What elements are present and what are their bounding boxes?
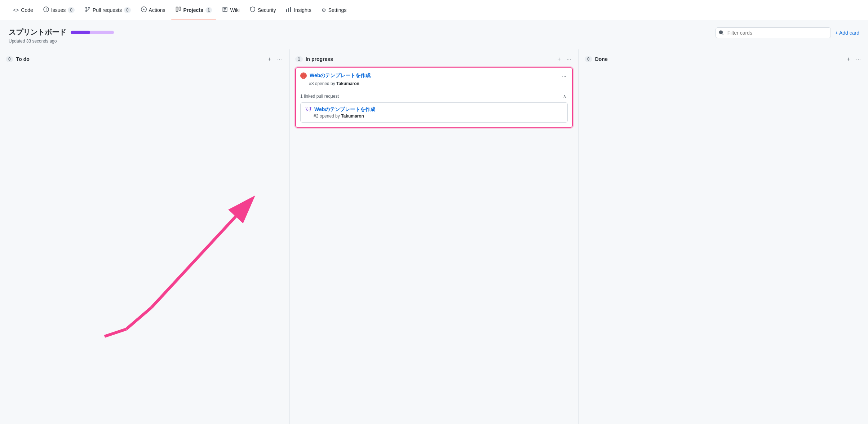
- filter-input-wrapper: [716, 27, 831, 38]
- column-done-count: 0: [585, 56, 592, 62]
- actions-icon: [141, 6, 147, 13]
- pr-card-1-number: #2: [314, 114, 318, 119]
- column-in-progress-count: 1: [295, 56, 303, 62]
- projects-icon: [176, 6, 181, 13]
- nav-actions[interactable]: Actions: [137, 4, 170, 16]
- nav-issues-label: Issues: [51, 7, 66, 13]
- column-in-progress-header: 1 In progress + ···: [295, 55, 573, 63]
- column-done: 0 Done + ···: [579, 49, 868, 424]
- svg-rect-6: [286, 9, 287, 12]
- column-todo-add-button[interactable]: +: [266, 55, 273, 63]
- card-1-title[interactable]: Webのテンプレートを作成: [310, 72, 371, 79]
- column-todo-header-right: + ···: [266, 55, 283, 63]
- svg-rect-8: [290, 7, 291, 12]
- kanban-board: 0 To do + ··· 1 In progress + ···: [0, 49, 868, 424]
- column-done-header: 0 Done + ···: [585, 55, 862, 63]
- add-card-button[interactable]: + Add card: [835, 30, 859, 36]
- column-todo-header: 0 To do + ···: [6, 55, 283, 63]
- insights-icon: [286, 6, 292, 13]
- nav-issues[interactable]: Issues 0: [39, 4, 79, 16]
- security-icon: [250, 6, 256, 13]
- column-done-header-left: 0 Done: [585, 56, 608, 62]
- issues-icon: [43, 6, 49, 13]
- wiki-icon: [222, 6, 228, 13]
- column-in-progress-menu-button[interactable]: ···: [565, 55, 573, 63]
- svg-rect-7: [288, 8, 289, 12]
- page-header-right: + Add card: [716, 27, 859, 38]
- card-1-title-row: Webのテンプレートを作成: [300, 72, 371, 79]
- linked-pr-header: 1 linked pull request ∧: [300, 93, 568, 100]
- column-in-progress: 1 In progress + ···: [289, 49, 579, 424]
- add-card-label: + Add card: [835, 30, 859, 36]
- settings-icon: ⚙: [322, 7, 326, 13]
- pull-requests-icon: [85, 6, 90, 13]
- nav-projects-badge: 1: [205, 7, 212, 13]
- project-title: スプリントボード: [9, 27, 66, 37]
- nav-pull-requests-badge: 0: [124, 7, 131, 13]
- nav-security-label: Security: [258, 7, 276, 13]
- search-icon: [719, 30, 724, 36]
- nav-projects-label: Projects: [183, 7, 203, 13]
- column-done-header-right: + ···: [845, 55, 862, 63]
- nav-wiki[interactable]: Wiki: [218, 4, 244, 16]
- linked-pr-collapse-button[interactable]: ∧: [562, 93, 568, 100]
- pr-card-1-meta: #2 opened by Takumaron: [314, 114, 563, 119]
- pr-card-1-opened-by: Takumaron: [341, 114, 364, 119]
- linked-pr-section: 1 linked pull request ∧ Webのテンプレートを作成: [300, 90, 568, 123]
- svg-rect-4: [176, 7, 178, 12]
- column-in-progress-header-left: 1 In progress: [295, 56, 333, 62]
- column-done-title: Done: [595, 56, 608, 62]
- pr-card-1-title[interactable]: Webのテンプレートを作成: [314, 106, 375, 113]
- nav-issues-badge: 0: [68, 7, 75, 13]
- linked-pr-label: 1 linked pull request: [300, 94, 339, 99]
- project-title-row: スプリントボード: [9, 27, 114, 37]
- nav-actions-label: Actions: [149, 7, 165, 13]
- svg-rect-5: [179, 7, 181, 10]
- column-todo-header-left: 0 To do: [6, 56, 30, 62]
- annotation-text: ！マークが赤色＝Closeされた: [0, 419, 868, 424]
- page-header: スプリントボード Updated 33 seconds ago + Add ca…: [0, 20, 868, 49]
- card-1-header: Webのテンプレートを作成 ···: [300, 72, 568, 80]
- column-done-menu-button[interactable]: ···: [855, 55, 862, 63]
- updated-text: Updated 33 seconds ago: [9, 39, 114, 44]
- pr-card-1: Webのテンプレートを作成 #2 opened by Takumaron: [300, 102, 568, 123]
- pr-icon: [305, 106, 311, 113]
- nav-insights-label: Insights: [294, 7, 311, 13]
- column-in-progress-title: In progress: [306, 56, 333, 62]
- nav-wiki-label: Wiki: [230, 7, 239, 13]
- progress-bar-fill: [71, 31, 90, 34]
- column-todo: 0 To do + ···: [0, 49, 289, 424]
- card-1: Webのテンプレートを作成 ··· #3 opened by Takumaron…: [295, 67, 573, 128]
- card-1-meta: #3 opened by Takumaron: [309, 81, 568, 86]
- board-wrapper: 0 To do + ··· 1 In progress + ···: [0, 49, 868, 424]
- column-done-add-button[interactable]: +: [845, 55, 851, 63]
- code-icon: <>: [13, 7, 19, 13]
- nav-projects[interactable]: Projects 1: [171, 4, 217, 16]
- issue-closed-icon: [300, 72, 307, 79]
- card-1-opened-by: Takumaron: [336, 81, 359, 86]
- nav-pull-requests-label: Pull requests: [93, 7, 122, 13]
- nav-insights[interactable]: Insights: [282, 4, 315, 16]
- page-header-left: スプリントボード Updated 33 seconds ago: [9, 27, 114, 44]
- filter-input[interactable]: [716, 27, 831, 38]
- nav-settings[interactable]: ⚙ Settings: [317, 4, 351, 16]
- nav-security[interactable]: Security: [245, 4, 280, 16]
- nav-code-label: Code: [21, 7, 33, 13]
- nav-bar: <> Code Issues 0 Pull requests 0 Actions…: [0, 0, 868, 20]
- nav-settings-label: Settings: [328, 7, 347, 13]
- column-in-progress-add-button[interactable]: +: [556, 55, 562, 63]
- nav-pull-requests[interactable]: Pull requests 0: [80, 4, 135, 16]
- pr-card-1-title-row: Webのテンプレートを作成: [305, 106, 563, 113]
- column-todo-title: To do: [16, 56, 30, 62]
- column-todo-count: 0: [6, 56, 13, 62]
- card-1-issue-number: #3: [309, 81, 314, 86]
- column-in-progress-header-right: + ···: [556, 55, 573, 63]
- progress-bar-container: [71, 31, 114, 34]
- card-1-menu-button[interactable]: ···: [561, 72, 568, 80]
- column-todo-menu-button[interactable]: ···: [276, 55, 283, 63]
- nav-code[interactable]: <> Code: [9, 4, 37, 16]
